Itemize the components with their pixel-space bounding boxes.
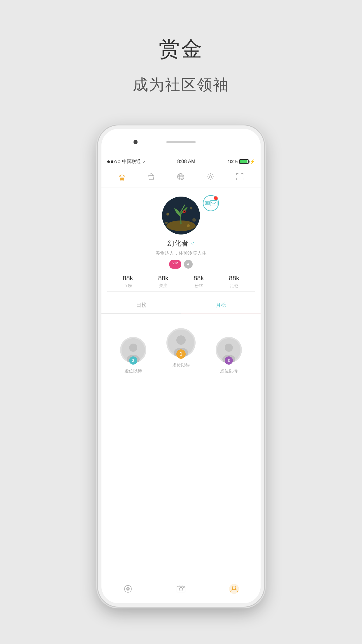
rank-item-3[interactable]: 3 虚位以待 bbox=[216, 337, 242, 374]
vip-badge: VIP bbox=[169, 260, 181, 269]
svg-point-17 bbox=[129, 344, 137, 352]
phone-top-bar bbox=[101, 129, 261, 155]
svg-point-25 bbox=[124, 585, 131, 592]
level-badge: ● bbox=[184, 260, 193, 269]
stat-mutual-value: 88k bbox=[123, 274, 133, 282]
svg-point-14 bbox=[187, 224, 190, 227]
settings-icon[interactable] bbox=[206, 173, 215, 183]
phone-camera bbox=[133, 140, 138, 144]
signal-dot-4 bbox=[118, 160, 120, 163]
rank-name-3: 虚位以待 bbox=[220, 368, 238, 374]
signal-dot-3 bbox=[114, 160, 117, 163]
scan-icon[interactable] bbox=[236, 173, 244, 183]
nav-icons-bar: ♛ bbox=[101, 168, 261, 188]
phone-inner: 中国联通 ▿ 8:08 AM 100% ⚡ ♛ bbox=[101, 129, 261, 603]
stat-following-value: 88k bbox=[158, 274, 168, 282]
gender-icon: ♂ bbox=[191, 240, 195, 246]
carrier-text: 中国联通 bbox=[122, 159, 141, 165]
bag-icon[interactable] bbox=[147, 173, 155, 183]
bottom-nav-camera[interactable] bbox=[176, 584, 186, 594]
svg-point-13 bbox=[165, 222, 168, 224]
signal-dots bbox=[107, 160, 120, 163]
svg-point-28 bbox=[179, 587, 183, 591]
stats-row: 88k 互粉 88k 关注 88k 粉丝 88k 足迹 bbox=[107, 269, 255, 292]
ranking-podium: 2 虚位以待 bbox=[107, 322, 255, 380]
status-bar: 中国联通 ▿ 8:08 AM 100% ⚡ bbox=[101, 155, 261, 168]
stat-footprint-value: 88k bbox=[229, 274, 239, 282]
user-avatar[interactable] bbox=[162, 197, 200, 235]
bottom-nav bbox=[101, 574, 261, 603]
rank-item-2[interactable]: 2 虚位以待 bbox=[120, 337, 146, 374]
page-subtitle: 成为社区领袖 bbox=[0, 75, 362, 95]
notification-dot bbox=[214, 196, 218, 200]
charging-icon: ⚡ bbox=[250, 159, 255, 164]
status-time: 8:08 AM bbox=[177, 159, 195, 164]
app-content: ♛ bbox=[101, 168, 261, 603]
signal-dot-2 bbox=[111, 160, 113, 163]
svg-point-29 bbox=[183, 587, 184, 588]
stat-mutual-label: 互粉 bbox=[124, 283, 132, 288]
wifi-icon: ▿ bbox=[143, 159, 145, 164]
signal-dot-1 bbox=[107, 160, 110, 163]
svg-point-20 bbox=[176, 335, 186, 345]
svg-point-23 bbox=[225, 344, 233, 352]
battery-percent: 100% bbox=[228, 159, 238, 164]
battery-fill bbox=[240, 160, 247, 163]
bottom-nav-profile[interactable] bbox=[229, 584, 239, 594]
rank-item-1[interactable]: 1 虚位以待 bbox=[166, 328, 196, 368]
svg-point-9 bbox=[184, 211, 185, 212]
rank-name-2: 虚位以待 bbox=[124, 368, 142, 374]
stat-fans-label: 粉丝 bbox=[195, 283, 203, 288]
stat-footprint-label: 足迹 bbox=[230, 283, 238, 288]
rank-avatar-3: 3 bbox=[216, 337, 242, 363]
bottom-nav-home[interactable] bbox=[123, 584, 133, 594]
status-left: 中国联通 ▿ bbox=[107, 159, 145, 165]
message-button[interactable] bbox=[203, 195, 219, 211]
stat-fans[interactable]: 88k 粉丝 bbox=[194, 274, 204, 288]
stat-mutual[interactable]: 88k 互粉 bbox=[123, 274, 133, 288]
rank-avatar-2: 2 bbox=[120, 337, 146, 363]
status-right: 100% ⚡ bbox=[228, 159, 255, 164]
user-bio: 美食达人，体验冷暖人生 bbox=[155, 250, 207, 256]
tabs-row: 日榜 月榜 bbox=[101, 298, 261, 314]
crown-icon[interactable]: ♛ bbox=[118, 173, 126, 183]
svg-point-12 bbox=[192, 218, 196, 222]
rank-badge-2: 2 bbox=[129, 356, 137, 365]
svg-point-10 bbox=[166, 213, 169, 216]
battery-container bbox=[239, 159, 249, 164]
tab-monthly[interactable]: 月榜 bbox=[181, 298, 261, 313]
svg-rect-15 bbox=[210, 201, 217, 206]
stat-following[interactable]: 88k 关注 bbox=[158, 274, 168, 288]
header-section: 赏金 成为社区领袖 bbox=[0, 35, 362, 95]
phone-speaker bbox=[166, 141, 196, 143]
profile-section: 幻化者 ♂ 美食达人，体验冷暖人生 VIP ● 88k 互粉 88k 关注 bbox=[101, 188, 261, 298]
svg-point-26 bbox=[127, 588, 129, 590]
tab-daily[interactable]: 日榜 bbox=[101, 298, 181, 313]
stat-footprint[interactable]: 88k 足迹 bbox=[229, 274, 239, 288]
globe-icon[interactable] bbox=[177, 173, 185, 183]
stat-fans-value: 88k bbox=[194, 274, 204, 282]
page-title: 赏金 bbox=[0, 35, 362, 63]
rank-name-1: 虚位以待 bbox=[172, 363, 190, 368]
rank-badge-3: 3 bbox=[225, 356, 233, 365]
rank-avatar-1: 1 bbox=[166, 328, 196, 357]
phone-frame: 中国联通 ▿ 8:08 AM 100% ⚡ ♛ bbox=[98, 125, 264, 607]
svg-point-11 bbox=[190, 207, 192, 209]
svg-point-5 bbox=[209, 176, 212, 178]
stat-following-label: 关注 bbox=[159, 283, 167, 288]
rank-badge-1: 1 bbox=[176, 349, 186, 359]
rankings-section: 2 虚位以待 bbox=[101, 314, 261, 388]
battery-box bbox=[239, 159, 249, 164]
username: 幻化者 ♂ bbox=[167, 239, 195, 248]
badges-row: VIP ● bbox=[169, 260, 192, 269]
